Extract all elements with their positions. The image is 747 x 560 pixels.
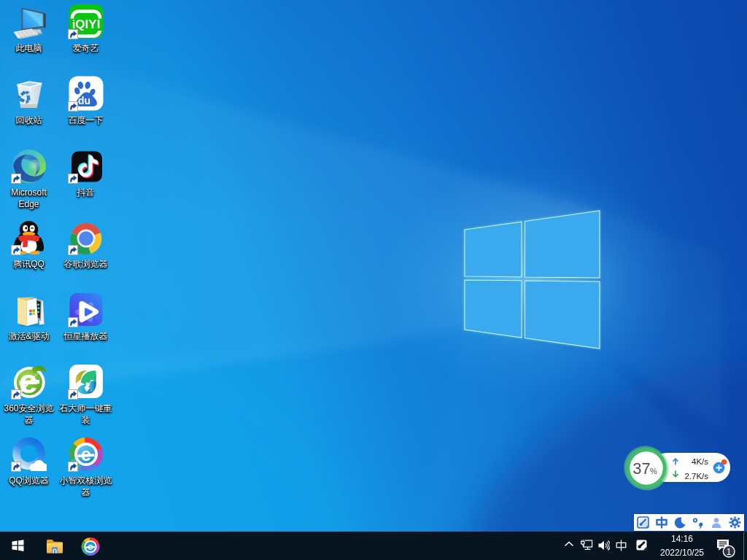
svg-text:4K/s: 4K/s xyxy=(692,457,708,466)
svg-text:37: 37 xyxy=(632,459,650,478)
svg-text:%: % xyxy=(650,467,657,475)
svg-text:2.7K/s: 2.7K/s xyxy=(684,472,708,481)
svg-text:du: du xyxy=(77,95,90,106)
svg-text:1: 1 xyxy=(727,547,732,557)
